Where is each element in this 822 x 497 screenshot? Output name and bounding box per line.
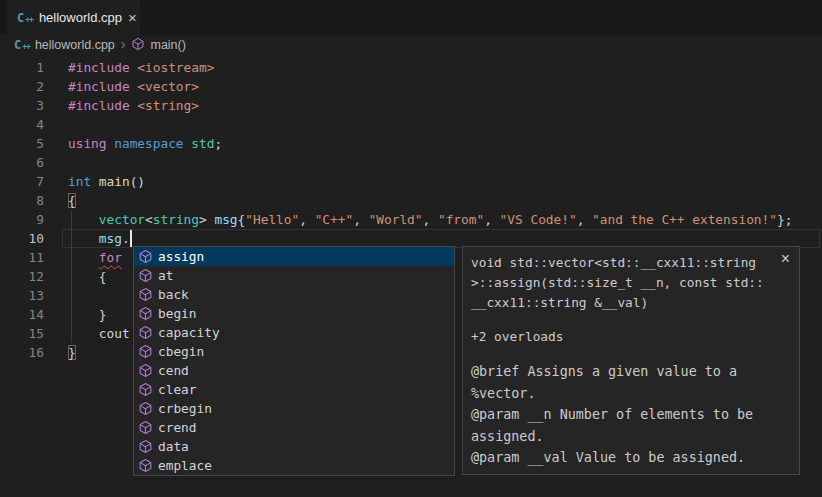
- code-text: #include <string>: [68, 98, 199, 113]
- tab-title: helloworld.cpp: [39, 10, 122, 25]
- suggestion-crend[interactable]: crend: [134, 418, 454, 437]
- line-number[interactable]: 6: [0, 155, 44, 170]
- suggestion-label: capacity: [158, 325, 220, 340]
- line-number[interactable]: 1: [0, 60, 44, 75]
- line-number[interactable]: 3: [0, 98, 44, 113]
- code-text: using namespace std;: [68, 136, 222, 151]
- doc-signature-line: >::assign(std::size_t __n, const std::: [471, 273, 791, 293]
- line-number[interactable]: 5: [0, 136, 44, 151]
- method-cube-icon: [138, 458, 153, 473]
- suggestion-label: data: [158, 439, 189, 454]
- code-text: {: [68, 269, 107, 284]
- line-number[interactable]: 16: [0, 345, 44, 360]
- doc-line: @param __n Number of elements to be assi…: [471, 404, 791, 447]
- suggestion-label: assign: [158, 249, 204, 264]
- method-cube-icon: [131, 37, 145, 51]
- doc-overloads: +2 overloads: [471, 329, 791, 344]
- method-cube-icon: [138, 363, 153, 378]
- code-text: cout: [68, 326, 130, 341]
- line-number[interactable]: 7: [0, 174, 44, 189]
- code-line-6[interactable]: 6: [0, 153, 822, 172]
- doc-close-icon[interactable]: ×: [781, 250, 790, 268]
- code-text: vector<string> msg{"Hello", "C++", "Worl…: [68, 212, 792, 227]
- suggestion-capacity[interactable]: capacity: [134, 323, 454, 342]
- line-number[interactable]: 13: [0, 288, 44, 303]
- code-text: msg.: [68, 230, 132, 247]
- doc-signature-line: __cxx11::string &__val): [471, 293, 791, 313]
- tab-helloworld-cpp[interactable]: C++ helloworld.cpp ×: [7, 0, 140, 35]
- text-cursor: [130, 230, 132, 247]
- line-number[interactable]: 11: [0, 250, 44, 265]
- code-line-7[interactable]: 7int main(): [0, 172, 822, 191]
- line-number[interactable]: 2: [0, 79, 44, 94]
- suggestion-cend[interactable]: cend: [134, 361, 454, 380]
- suggestion-label: cend: [158, 363, 189, 378]
- autocomplete-popup: assign at back begin capacity cbegin cen…: [133, 246, 455, 476]
- suggestion-doc-panel: × void std::vector<std::__cxx11::string>…: [462, 246, 800, 475]
- doc-signature-line: void std::vector<std::__cxx11::string: [471, 253, 791, 273]
- doc-signature: void std::vector<std::__cxx11::string>::…: [471, 253, 791, 313]
- doc-description: @brief Assigns a given value to a %vecto…: [471, 361, 791, 475]
- breadcrumb-symbol[interactable]: main(): [150, 38, 185, 52]
- doc-line: @brief Assigns a given value to a %vecto…: [471, 361, 791, 404]
- suggestion-data[interactable]: data: [134, 437, 454, 456]
- line-number[interactable]: 9: [0, 212, 44, 227]
- suggestion-at[interactable]: at: [134, 266, 454, 285]
- cpp-file-icon: C++: [17, 12, 33, 24]
- suggestion-clear[interactable]: clear: [134, 380, 454, 399]
- doc-line: @param __val Value to be assigned.: [471, 447, 791, 469]
- suggestion-label: clear: [158, 382, 197, 397]
- suggestion-label: at: [158, 268, 173, 283]
- cpp-file-icon: C++: [14, 39, 30, 51]
- suggestion-label: emplace: [158, 458, 212, 473]
- breadcrumb: C++ helloworld.cpp › main(): [0, 35, 822, 55]
- suggestion-assign[interactable]: assign: [134, 247, 454, 266]
- breadcrumb-file[interactable]: helloworld.cpp: [35, 38, 115, 52]
- code-line-3[interactable]: 3#include <string>: [0, 96, 822, 115]
- method-cube-icon: [138, 439, 153, 454]
- chevron-right-icon: ›: [121, 36, 126, 52]
- suggestion-emplace[interactable]: emplace: [134, 456, 454, 475]
- code-text: {: [68, 193, 76, 208]
- method-cube-icon: [138, 382, 153, 397]
- line-number[interactable]: 14: [0, 307, 44, 322]
- code-line-9[interactable]: 9 vector<string> msg{"Hello", "C++", "Wo…: [0, 210, 822, 229]
- vscode-window: C++ helloworld.cpp × C++ helloworld.cpp …: [0, 0, 822, 497]
- code-text: }: [68, 307, 107, 322]
- method-cube-icon: [138, 401, 153, 416]
- line-number[interactable]: 15: [0, 326, 44, 341]
- code-line-2[interactable]: 2#include <vector>: [0, 77, 822, 96]
- code-text: for: [68, 250, 122, 265]
- line-number[interactable]: 10: [0, 231, 44, 246]
- suggestion-label: begin: [158, 306, 197, 321]
- suggestion-label: crbegin: [158, 401, 212, 416]
- method-cube-icon: [138, 249, 153, 264]
- tab-bar: C++ helloworld.cpp ×: [0, 0, 822, 35]
- symbol-method-icon: [131, 37, 145, 54]
- method-cube-icon: [138, 306, 153, 321]
- line-number[interactable]: 12: [0, 269, 44, 284]
- suggestion-back[interactable]: back: [134, 285, 454, 304]
- suggestion-cbegin[interactable]: cbegin: [134, 342, 454, 361]
- tab-close-icon[interactable]: ×: [128, 10, 137, 25]
- line-number[interactable]: 4: [0, 117, 44, 132]
- doc-line: [471, 469, 791, 476]
- code-editor[interactable]: 1#include <iostream>2#include <vector>3#…: [0, 55, 822, 497]
- code-text: int main(): [68, 174, 145, 189]
- method-cube-icon: [138, 268, 153, 283]
- code-line-8[interactable]: 8{: [0, 191, 822, 210]
- line-number[interactable]: 8: [0, 193, 44, 208]
- suggestion-label: cbegin: [158, 344, 204, 359]
- suggestion-crbegin[interactable]: crbegin: [134, 399, 454, 418]
- method-cube-icon: [138, 287, 153, 302]
- code-line-1[interactable]: 1#include <iostream>: [0, 58, 822, 77]
- suggestion-begin[interactable]: begin: [134, 304, 454, 323]
- suggestion-label: crend: [158, 420, 197, 435]
- suggestion-label: back: [158, 287, 189, 302]
- code-text: #include <iostream>: [68, 60, 214, 75]
- method-cube-icon: [138, 420, 153, 435]
- code-text: }: [68, 345, 76, 360]
- code-line-5[interactable]: 5using namespace std;: [0, 134, 822, 153]
- code-line-4[interactable]: 4: [0, 115, 822, 134]
- code-text: #include <vector>: [68, 79, 199, 94]
